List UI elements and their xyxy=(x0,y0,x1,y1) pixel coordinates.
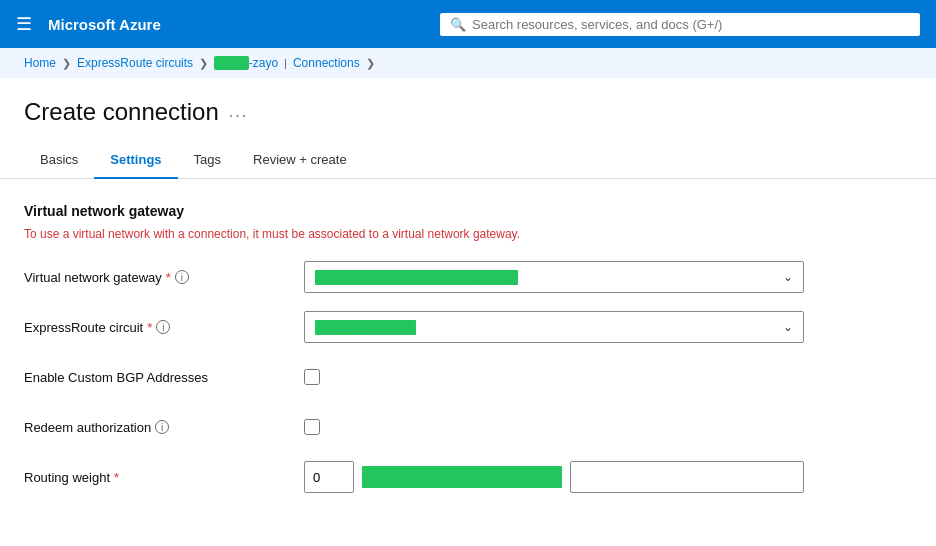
circuit-dropdown-arrow-icon: ⌄ xyxy=(783,320,793,334)
azure-logo-text: Microsoft Azure xyxy=(48,16,161,33)
page-header: Create connection ... xyxy=(0,78,936,134)
breadcrumb-circuit-name xyxy=(214,56,249,70)
top-navbar: ☰ Microsoft Azure 🔍 xyxy=(0,0,936,48)
bgp-label-text: Enable Custom BGP Addresses xyxy=(24,370,208,385)
breadcrumb-circuit[interactable]: -zayo xyxy=(214,56,278,70)
bgp-checkbox[interactable] xyxy=(304,369,320,385)
tab-review-create[interactable]: Review + create xyxy=(237,142,363,179)
page-title: Create connection xyxy=(24,98,219,126)
vng-label-text: Virtual network gateway xyxy=(24,270,162,285)
breadcrumb-sep-4: ❯ xyxy=(366,57,375,70)
circuit-required-star: * xyxy=(147,320,152,335)
circuit-dropdown-wrapper: Choose a circuit ⌄ xyxy=(304,311,804,343)
circuit-label-text: ExpressRoute circuit xyxy=(24,320,143,335)
vng-dropdown-wrapper: Choose a virtual network gateway ⌄ xyxy=(304,261,804,293)
circuit-info-icon[interactable]: i xyxy=(156,320,170,334)
circuit-dropdown[interactable]: Choose a circuit ⌄ xyxy=(304,311,804,343)
search-bar[interactable]: 🔍 xyxy=(440,13,920,36)
routing-required-star: * xyxy=(114,470,119,485)
vng-dropdown[interactable]: Choose a virtual network gateway ⌄ xyxy=(304,261,804,293)
tabs-container: Basics Settings Tags Review + create xyxy=(0,142,936,179)
redeem-row: Redeem authorization i xyxy=(24,411,912,443)
breadcrumb-sep-3: | xyxy=(284,57,287,69)
circuit-dropdown-placeholder: Choose a circuit xyxy=(315,320,416,335)
vng-label: Virtual network gateway * i xyxy=(24,270,304,285)
tab-basics[interactable]: Basics xyxy=(24,142,94,179)
redeem-label-text: Redeem authorization xyxy=(24,420,151,435)
routing-input-wrapper xyxy=(304,461,804,493)
routing-row: Routing weight * xyxy=(24,461,912,493)
circuit-label: ExpressRoute circuit * i xyxy=(24,320,304,335)
vng-required-star: * xyxy=(166,270,171,285)
routing-label: Routing weight * xyxy=(24,470,304,485)
routing-number-input[interactable] xyxy=(304,461,354,493)
vng-info-text: To use a virtual network with a connecti… xyxy=(24,227,912,241)
bgp-row: Enable Custom BGP Addresses xyxy=(24,361,912,393)
tab-settings[interactable]: Settings xyxy=(94,142,177,179)
content-area: Virtual network gateway To use a virtual… xyxy=(0,179,936,535)
hamburger-icon[interactable]: ☰ xyxy=(16,13,32,35)
vng-dropdown-arrow-icon: ⌄ xyxy=(783,270,793,284)
section-title: Virtual network gateway xyxy=(24,203,912,219)
breadcrumb-expressroute[interactable]: ExpressRoute circuits xyxy=(77,56,193,70)
search-icon: 🔍 xyxy=(450,17,466,32)
breadcrumb: Home ❯ ExpressRoute circuits ❯ -zayo | C… xyxy=(0,48,936,78)
routing-text-input[interactable] xyxy=(570,461,804,493)
circuit-row: ExpressRoute circuit * i Choose a circui… xyxy=(24,311,912,343)
vng-info-icon[interactable]: i xyxy=(175,270,189,284)
bgp-checkbox-wrapper xyxy=(304,369,804,385)
redeem-info-icon[interactable]: i xyxy=(155,420,169,434)
breadcrumb-connections[interactable]: Connections xyxy=(293,56,360,70)
breadcrumb-sep-2: ❯ xyxy=(199,57,208,70)
redeem-checkbox[interactable] xyxy=(304,419,320,435)
routing-input-row xyxy=(304,461,804,493)
search-input[interactable] xyxy=(472,17,910,32)
vng-dropdown-placeholder: Choose a virtual network gateway xyxy=(315,270,518,285)
routing-highlight-bar xyxy=(362,466,562,488)
redeem-checkbox-wrapper xyxy=(304,419,804,435)
tab-tags[interactable]: Tags xyxy=(178,142,237,179)
ellipsis-button[interactable]: ... xyxy=(229,103,248,121)
vng-row: Virtual network gateway * i Choose a vir… xyxy=(24,261,912,293)
routing-label-text: Routing weight xyxy=(24,470,110,485)
breadcrumb-sep-1: ❯ xyxy=(62,57,71,70)
redeem-label: Redeem authorization i xyxy=(24,420,304,435)
breadcrumb-home[interactable]: Home xyxy=(24,56,56,70)
bgp-label: Enable Custom BGP Addresses xyxy=(24,370,304,385)
